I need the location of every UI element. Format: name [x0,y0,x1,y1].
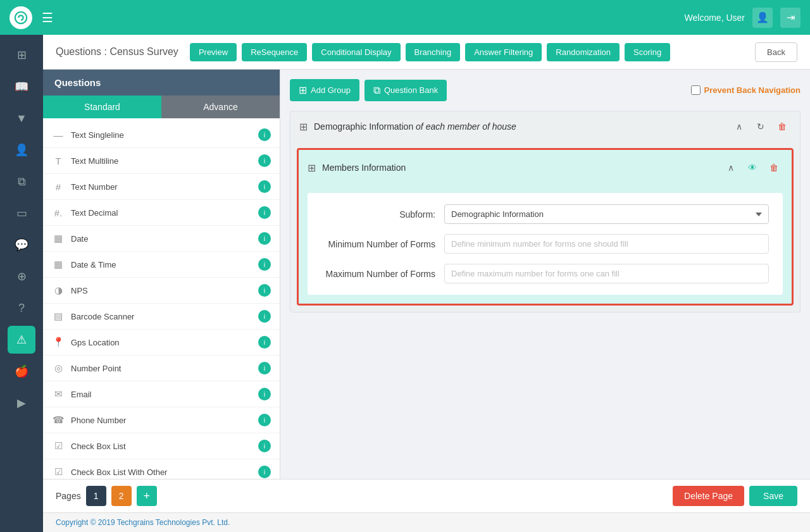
top-nav-right: Welcome, User 👤 ⇥ [685,8,801,28]
prevent-back-label: Prevent Back Navigation [704,85,801,95]
members-eye-button[interactable]: 👁 [744,159,761,176]
add-group-button[interactable]: ⊞ Add Group [290,79,359,101]
question-type-label: Text Number [71,182,252,192]
list-item[interactable]: ◎ Number Point i [43,356,280,381]
page-2-button[interactable]: 2 [111,486,132,506]
members-block: ⊞ Members Information ∧ 👁 🗑 Subfo [297,148,794,306]
group-title: Demographic Information of each member o… [314,121,724,132]
info-icon[interactable]: i [258,180,271,193]
list-item[interactable]: ▤ Barcode Scanner i [43,304,280,330]
welcome-text: Welcome, User [685,13,745,23]
members-collapse-button[interactable]: ∧ [722,159,740,176]
info-icon[interactable]: i [258,310,271,323]
delete-page-button[interactable]: Delete Page [673,486,744,506]
email-icon: ✉ [52,388,65,400]
copyright: Copyright © 2019 Techgrains Technologies… [43,512,810,532]
randomization-button[interactable]: Randomization [547,43,620,61]
min-forms-label: Minimum Number of Forms [321,239,435,249]
list-item[interactable]: ✉ Email i [43,381,280,407]
user-icon[interactable]: 👤 [752,8,773,28]
branching-button[interactable]: Branching [406,43,461,61]
page-1-button[interactable]: 1 [86,486,106,506]
save-button[interactable]: Save [749,486,797,506]
info-icon[interactable]: i [258,440,271,452]
question-bank-icon: ⧉ [373,85,380,96]
gps-icon: 📍 [52,337,65,348]
list-item[interactable]: T Text Multiline i [43,148,280,174]
back-button[interactable]: Back [755,42,797,62]
sidebar-dashboard[interactable]: ⊞ [8,41,35,69]
list-item[interactable]: 📍 Gps Location i [43,330,280,356]
sidebar-book[interactable]: 📖 [8,73,35,101]
question-type-label: Number Point [71,364,252,373]
info-icon[interactable]: i [258,362,271,374]
sidebar-chat[interactable]: 💬 [8,231,35,259]
sidebar-layers[interactable]: ⧉ [8,168,35,195]
list-item[interactable]: ▦ Date i [43,226,280,252]
resequence-button[interactable]: ReSequence [242,43,307,61]
top-nav: ☰ Welcome, User 👤 ⇥ [0,0,810,35]
info-icon[interactable]: i [258,154,271,167]
info-icon[interactable]: i [258,284,271,297]
hamburger-menu[interactable]: ☰ [42,10,53,25]
sidebar-filter[interactable]: ▼ [8,104,35,132]
questions-tabs: Standard Advance [43,96,280,118]
info-icon[interactable]: i [258,466,271,478]
tab-advance[interactable]: Advance [161,96,280,118]
members-icon: ⊞ [308,162,316,174]
info-icon[interactable]: i [258,258,271,271]
group-actions: ∧ ↻ 🗑 [730,118,791,135]
sidebar-help[interactable]: ? [8,294,35,322]
prevent-back-checkbox[interactable] [691,85,701,95]
page-footer: Pages 1 2 + Delete Page Save [43,479,810,512]
scoring-button[interactable]: Scoring [625,43,670,61]
sidebar-globe[interactable]: ⊕ [8,263,35,290]
subform-select[interactable]: Demographic Information [444,204,769,224]
info-icon[interactable]: i [258,388,271,400]
info-icon[interactable]: i [258,206,271,219]
number-point-icon: ◎ [52,362,65,374]
sidebar-apple[interactable]: 🍎 [8,357,35,385]
list-item[interactable]: ☑ Check Box List With Other i [43,459,280,479]
list-item[interactable]: # Text Number i [43,174,280,200]
collapse-button[interactable]: ∧ [730,118,748,135]
list-item[interactable]: ◑ NPS i [43,278,280,304]
group-title-prefix: Demographic Information [314,121,413,132]
preview-button[interactable]: Preview [190,43,237,61]
add-group-label: Add Group [311,85,351,95]
conditional-display-button[interactable]: Conditional Display [312,43,400,61]
list-item[interactable]: #. Text Decimal i [43,200,280,226]
questions-list: — Text Singleline i T Text Multiline i #… [43,118,280,479]
sidebar-tablet[interactable]: ▭ [8,199,35,227]
question-type-label: Check Box List With Other [71,467,252,477]
refresh-button[interactable]: ↻ [752,118,770,135]
info-icon[interactable]: i [258,414,271,426]
sidebar-alert[interactable]: ⚠ [8,326,35,354]
list-item[interactable]: — Text Singleline i [43,122,280,148]
questions-header: Questions [43,70,280,96]
answer-filtering-button[interactable]: Answer Filtering [465,43,542,61]
list-item[interactable]: ☎ Phone Number i [43,407,280,433]
question-type-label: Date [71,234,252,244]
delete-group-button[interactable]: 🗑 [773,118,791,135]
subform-fields: Subform: Demographic Information Minimum… [308,193,783,295]
add-page-button[interactable]: + [137,486,157,506]
min-forms-input[interactable] [444,234,769,254]
tab-standard[interactable]: Standard [43,96,161,118]
info-icon[interactable]: i [258,128,271,141]
list-item[interactable]: ▦ Date & Time i [43,252,280,278]
info-icon[interactable]: i [258,336,271,349]
nps-icon: ◑ [52,285,65,296]
list-item[interactable]: ☑ Check Box List i [43,433,280,459]
info-icon[interactable]: i [258,232,271,245]
logout-icon[interactable]: ⇥ [780,8,801,28]
sidebar-user[interactable]: 👤 [8,136,35,164]
sidebar-play[interactable]: ▶ [8,389,35,417]
group-icon: ⊞ [299,121,308,133]
datetime-icon: ▦ [52,259,65,270]
date-icon: ▦ [52,233,65,244]
members-delete-button[interactable]: 🗑 [765,159,783,176]
max-forms-input[interactable] [444,264,769,283]
group-block: ⊞ Demographic Information of each member… [290,111,801,312]
question-bank-button[interactable]: ⧉ Question Bank [364,80,447,101]
